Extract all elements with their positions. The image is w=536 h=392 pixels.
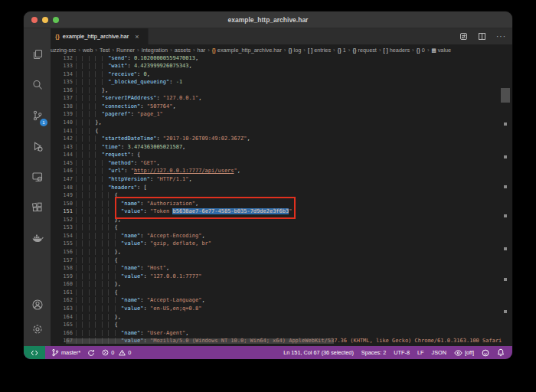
settings-gear-icon[interactable] bbox=[24, 317, 51, 341]
breadcrumb-item[interactable]: {}1 bbox=[338, 47, 346, 54]
code-line[interactable]: 162 "name": "Accept-Language", bbox=[51, 296, 512, 305]
line-number[interactable]: 157 bbox=[51, 256, 73, 265]
code-line[interactable]: 153 { bbox=[51, 224, 512, 232]
line-number[interactable]: 140 bbox=[51, 119, 73, 127]
code-line[interactable]: 142 "startedDateTime": "2017-10-26T09:49… bbox=[51, 135, 512, 143]
editor[interactable]: 132 "send": 0.10200000559470013,133 "wai… bbox=[51, 56, 512, 346]
remote-indicator[interactable] bbox=[24, 346, 45, 359]
explorer-icon[interactable] bbox=[24, 39, 51, 70]
code-line[interactable]: 158 "name": "Host", bbox=[51, 264, 512, 273]
source-control-icon[interactable]: 1 bbox=[24, 100, 51, 131]
screencast-toggle[interactable]: [off] bbox=[454, 349, 474, 356]
code-line[interactable]: 145 "method": "GET", bbox=[51, 159, 512, 168]
code-line[interactable]: 155 "value": "gzip, deflate, br" bbox=[51, 240, 512, 248]
breadcrumb-item[interactable]: {}0 bbox=[417, 47, 425, 54]
line-number[interactable]: 160 bbox=[51, 280, 73, 289]
search-icon[interactable] bbox=[24, 70, 51, 100]
line-number[interactable]: 133 bbox=[51, 62, 73, 70]
code-line[interactable]: 132 "send": 0.10200000559470013, bbox=[51, 56, 512, 62]
code-line[interactable]: 164 }, bbox=[51, 313, 512, 322]
breadcrumb-item[interactable]: Test bbox=[100, 47, 109, 54]
line-number[interactable]: 145 bbox=[51, 159, 73, 168]
line-number[interactable]: 158 bbox=[51, 264, 73, 273]
git-branch-status[interactable]: master* bbox=[51, 348, 80, 357]
code-line[interactable]: 141 { bbox=[51, 127, 512, 136]
line-number[interactable]: 143 bbox=[51, 143, 73, 152]
extensions-icon[interactable] bbox=[24, 192, 51, 223]
code-line[interactable]: 135 "_blocked_queueing": -1 bbox=[51, 78, 512, 87]
line-number[interactable]: 146 bbox=[51, 167, 73, 175]
line-number[interactable]: 162 bbox=[51, 296, 73, 305]
open-changes-icon[interactable] bbox=[459, 32, 468, 41]
breadcrumb-item[interactable]: Runner bbox=[116, 47, 135, 54]
line-number[interactable]: 155 bbox=[51, 240, 73, 248]
breadcrumb-item[interactable]: har bbox=[198, 47, 206, 54]
code-line[interactable]: 165 { bbox=[51, 321, 512, 329]
notifications-bell-icon[interactable] bbox=[497, 348, 505, 357]
split-editor-icon[interactable] bbox=[478, 32, 486, 41]
encoding-setting[interactable]: UTF-8 bbox=[394, 349, 410, 356]
line-number[interactable]: 156 bbox=[51, 248, 73, 256]
line-number[interactable]: 147 bbox=[51, 175, 73, 184]
line-number[interactable]: 164 bbox=[51, 313, 73, 322]
scrollbar-thumb[interactable] bbox=[501, 88, 510, 103]
code-line[interactable]: 133 "wait": 4.423999926075343, bbox=[51, 62, 512, 70]
breadcrumb-item[interactable]: [ ]entries bbox=[308, 47, 331, 54]
code-line[interactable]: 143 "time": 3.474363005021587, bbox=[51, 143, 512, 152]
code-line[interactable]: 140 }, bbox=[51, 119, 512, 127]
code-line[interactable]: 163 "value": "en-US,en;q=0.8" bbox=[51, 305, 512, 313]
line-number[interactable]: 142 bbox=[51, 135, 73, 143]
code-line[interactable]: 137 "serverIPAddress": "127.0.0.1", bbox=[51, 94, 512, 103]
line-number[interactable]: 132 bbox=[51, 56, 73, 62]
code-line[interactable]: 146 "url": "http://127.0.0.1:7777/api/us… bbox=[51, 167, 512, 175]
tab-example-http-archive[interactable]: {} example_http_archive.har × bbox=[51, 28, 149, 44]
line-number[interactable]: 161 bbox=[51, 289, 73, 297]
line-number[interactable]: 165 bbox=[51, 321, 73, 329]
line-number[interactable]: 138 bbox=[51, 103, 73, 111]
breadcrumb-item[interactable]: [ ]headers bbox=[384, 47, 410, 54]
sync-status[interactable] bbox=[87, 349, 95, 357]
line-number[interactable]: 153 bbox=[51, 224, 73, 232]
breadcrumb-item[interactable]: {}example_http_archive.har bbox=[212, 47, 282, 54]
line-number[interactable]: 136 bbox=[51, 87, 73, 95]
remote-explorer-icon[interactable] bbox=[24, 162, 51, 192]
cursor-position[interactable]: Ln 151, Col 67 (36 selected) bbox=[283, 349, 354, 356]
code-line[interactable]: 144 "request": { bbox=[51, 151, 512, 159]
line-number[interactable]: 137 bbox=[51, 94, 73, 103]
more-actions-icon[interactable]: ··· bbox=[496, 32, 506, 41]
breadcrumb-item[interactable]: uzzing-src bbox=[51, 47, 76, 54]
line-number[interactable]: 154 bbox=[51, 232, 73, 240]
code-line[interactable]: 147 "httpVersion": "HTTP/1.1", bbox=[51, 175, 512, 184]
breadcrumb-item[interactable]: assets bbox=[175, 47, 191, 54]
close-tab-icon[interactable]: × bbox=[135, 33, 139, 41]
line-number[interactable]: 151 bbox=[51, 207, 73, 216]
run-debug-icon[interactable] bbox=[24, 131, 51, 162]
line-number[interactable]: 159 bbox=[51, 273, 73, 281]
code-line[interactable]: 154 "name": "Accept-Encoding", bbox=[51, 232, 512, 240]
code-line[interactable]: 157 { bbox=[51, 256, 512, 265]
vertical-scrollbar[interactable] bbox=[500, 56, 511, 346]
line-number[interactable]: 149 bbox=[51, 191, 73, 200]
line-number[interactable]: 141 bbox=[51, 127, 73, 136]
eol-setting[interactable]: LF bbox=[417, 349, 424, 356]
line-number[interactable]: 144 bbox=[51, 151, 73, 159]
code-line[interactable]: 134 "receive": 0, bbox=[51, 70, 512, 79]
line-number[interactable]: 134 bbox=[51, 70, 73, 79]
problems-status[interactable]: 0 0 bbox=[102, 349, 131, 356]
zoom-window-button[interactable] bbox=[53, 17, 59, 23]
docker-icon[interactable] bbox=[24, 223, 51, 253]
indentation-setting[interactable]: Spaces: 2 bbox=[361, 349, 386, 356]
code-line[interactable]: 166 "name": "User-Agent", bbox=[51, 329, 512, 338]
code-line[interactable]: 136 }, bbox=[51, 87, 512, 95]
code-line[interactable]: 138 "connection": "507764", bbox=[51, 103, 512, 111]
breadcrumb-item[interactable]: ▤value bbox=[432, 47, 452, 54]
feedback-icon[interactable] bbox=[482, 349, 489, 357]
breadcrumb-item[interactable]: {}log bbox=[289, 47, 302, 54]
breadcrumb-item[interactable]: {}request bbox=[353, 47, 377, 54]
line-number[interactable]: 139 bbox=[51, 110, 73, 119]
code-line[interactable]: 160 }, bbox=[51, 280, 512, 289]
line-number[interactable]: 163 bbox=[51, 305, 73, 313]
code-line[interactable]: 161 { bbox=[51, 289, 512, 297]
minimize-window-button[interactable] bbox=[42, 17, 48, 23]
close-window-button[interactable] bbox=[31, 17, 38, 23]
